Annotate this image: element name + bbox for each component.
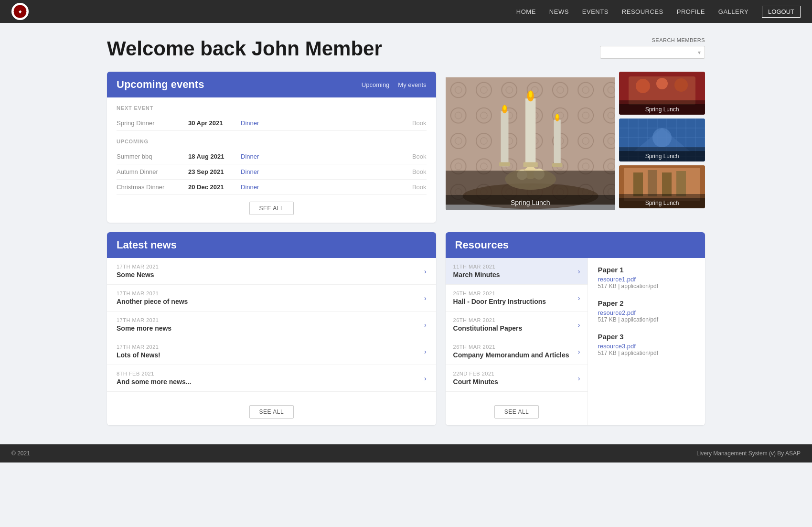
svg-rect-41 [676, 171, 686, 196]
event-0-book[interactable]: Book [412, 153, 427, 160]
gallery-thumb-label-0: Spring Lunch [619, 104, 705, 115]
nav-events[interactable]: EVENTS [582, 8, 609, 15]
news-item-2[interactable]: 17TH MAR 2021 Some more news › [107, 312, 436, 338]
gallery-thumb-1[interactable]: Spring Lunch [619, 118, 705, 161]
svg-point-22 [556, 114, 558, 118]
news-see-all-button[interactable]: SEE ALL [249, 405, 294, 419]
event-1-type: Dinner [241, 168, 279, 175]
resources-card: Resources 11TH MAR 2021 March Minutes › [446, 232, 705, 425]
gallery-thumb-label-1: Spring Lunch [619, 151, 705, 161]
event-1-date: 23 Sep 2021 [188, 168, 241, 175]
dropdown-arrow-icon: ▾ [698, 49, 701, 56]
paper-item-2: Paper 3 resource3.pdf 517 KB | applicati… [598, 333, 695, 356]
nav-profile[interactable]: PROFILE [677, 8, 705, 15]
tab-upcoming[interactable]: Upcoming [362, 81, 390, 88]
resources-see-all-button[interactable]: SEE ALL [494, 405, 539, 419]
news-item-3-date: 17TH MAR 2021 [117, 344, 160, 350]
news-item-4[interactable]: 8TH FEB 2021 And some more news... › [107, 365, 436, 392]
gallery-section: Spring Lunch [446, 72, 705, 210]
nav-gallery[interactable]: GALLERY [718, 8, 748, 15]
svg-point-18 [529, 91, 532, 97]
resource-item-4[interactable]: 22ND FEB 2021 Court Minutes › [446, 365, 588, 392]
news-item-1[interactable]: 17TH MAR 2021 Another piece of news › [107, 285, 436, 312]
upcoming-events-col: Upcoming events Upcoming My events NEXT … [107, 72, 436, 223]
resource-arrow-icon-3: › [578, 348, 580, 355]
resource-item-3[interactable]: 26TH MAR 2021 Company Memorandum and Art… [446, 338, 588, 365]
news-see-all-wrap: SEE ALL [107, 398, 436, 425]
svg-rect-15 [525, 98, 535, 166]
upcoming-events-card: Upcoming events Upcoming My events NEXT … [107, 72, 436, 223]
event-0-date: 18 Aug 2021 [188, 153, 241, 160]
paper-1-meta: 517 KB | application/pdf [598, 316, 695, 323]
resource-item-2-content: 26TH MAR 2021 Constitutional Papers [453, 317, 523, 332]
paper-0-title: Paper 1 [598, 266, 695, 274]
upcoming-events-tabs: Upcoming My events [362, 81, 427, 88]
main-container: Welcome back John Member SEARCH MEMBERS … [96, 23, 716, 444]
upcoming-events-title: Upcoming events [117, 78, 204, 91]
news-item-4-content: 8TH FEB 2021 And some more news... [117, 371, 191, 386]
news-item-3[interactable]: 17TH MAR 2021 Lots of News! › [107, 338, 436, 365]
news-item-0-title: Some News [117, 271, 159, 279]
svg-rect-12 [499, 162, 510, 166]
news-item-1-date: 17TH MAR 2021 [117, 290, 188, 296]
resource-arrow-icon-1: › [578, 294, 580, 302]
resources-see-all-wrap: SEE ALL [446, 398, 588, 425]
logout-button[interactable]: LOGOUT [762, 6, 801, 18]
resource-item-1[interactable]: 26TH MAR 2021 Hall - Door Entry Instruct… [446, 285, 588, 312]
news-item-3-title: Lots of News! [117, 351, 160, 359]
paper-0-link[interactable]: resource1.pdf [598, 276, 695, 283]
event-0-type: Dinner [241, 153, 279, 160]
nav-resources[interactable]: RESOURCES [622, 8, 663, 15]
paper-1-link[interactable]: resource2.pdf [598, 309, 695, 316]
resources-papers: Paper 1 resource1.pdf 517 KB | applicati… [588, 258, 705, 425]
footer: © 2021 Livery Management System (v) By A… [0, 444, 812, 462]
event-2-book[interactable]: Book [412, 183, 427, 191]
event-2-date: 20 Dec 2021 [188, 183, 241, 191]
news-item-0[interactable]: 17TH MAR 2021 Some News › [107, 258, 436, 285]
paper-0-meta: 517 KB | application/pdf [598, 283, 695, 290]
svg-rect-39 [648, 170, 657, 196]
news-arrow-icon-0: › [424, 268, 427, 275]
svg-point-26 [636, 79, 650, 93]
latest-news-card: Latest news 17TH MAR 2021 Some News › 17… [107, 232, 436, 425]
news-arrow-icon-1: › [424, 294, 427, 302]
paper-item-0: Paper 1 resource1.pdf 517 KB | applicati… [598, 266, 695, 290]
nav-home[interactable]: HOME [516, 8, 536, 15]
next-event-row: Spring Dinner 30 Apr 2021 Dinner Book [117, 116, 427, 131]
resource-item-1-date: 26TH MAR 2021 [453, 290, 546, 296]
gallery-thumb-0[interactable]: Spring Lunch [619, 72, 705, 115]
top-two-col: Upcoming events Upcoming My events NEXT … [107, 72, 705, 223]
logo: ⚜ [11, 3, 29, 20]
candles-image [446, 72, 615, 210]
search-area: SEARCH MEMBERS ▾ [600, 37, 705, 59]
resource-item-2-date: 26TH MAR 2021 [453, 317, 523, 323]
upcoming-events-header: Upcoming events Upcoming My events [107, 72, 436, 97]
gallery-thumb-2[interactable]: Spring Lunch [619, 165, 705, 208]
resource-item-2[interactable]: 26TH MAR 2021 Constitutional Papers › [446, 312, 588, 338]
event-1-book[interactable]: Book [412, 168, 427, 175]
event-row-1: Autumn Dinner 23 Sep 2021 Dinner Book [117, 164, 427, 180]
resource-arrow-icon-2: › [578, 321, 580, 329]
svg-point-27 [656, 78, 668, 89]
paper-2-link[interactable]: resource3.pdf [598, 343, 695, 350]
events-see-all-button[interactable]: SEE ALL [249, 202, 294, 215]
news-arrow-icon-4: › [424, 375, 427, 382]
svg-rect-19 [554, 120, 560, 167]
resource-arrow-icon-4: › [578, 375, 580, 382]
resource-item-1-title: Hall - Door Entry Instructions [453, 298, 546, 305]
gallery-col: Spring Lunch [446, 72, 705, 223]
resource-item-1-content: 26TH MAR 2021 Hall - Door Entry Instruct… [453, 290, 546, 305]
event-1-name: Autumn Dinner [117, 168, 188, 175]
tab-my-events[interactable]: My events [398, 81, 426, 88]
resource-item-0[interactable]: 11TH MAR 2021 March Minutes › [446, 258, 588, 285]
gallery-main[interactable]: Spring Lunch [446, 72, 615, 210]
latest-news-header: Latest news [107, 232, 436, 258]
resources-header: Resources [446, 232, 705, 258]
resource-arrow-icon-0: › [578, 268, 580, 275]
next-event-date: 30 Apr 2021 [188, 119, 241, 127]
news-item-2-content: 17TH MAR 2021 Some more news [117, 317, 171, 332]
search-input[interactable] [604, 49, 698, 56]
next-event-book[interactable]: Book [412, 119, 427, 127]
svg-rect-11 [501, 111, 508, 167]
nav-news[interactable]: NEWS [549, 8, 569, 15]
